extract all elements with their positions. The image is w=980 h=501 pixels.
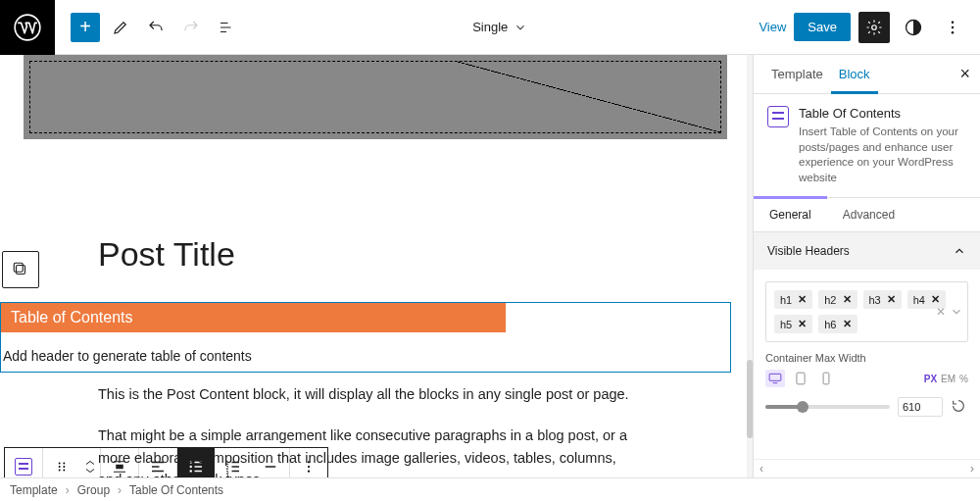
visible-headers-tags[interactable]: h1✕ h2✕ h3✕ h4✕ h5✕ h6✕ ✕ bbox=[765, 281, 968, 342]
post-content[interactable]: This is the Post Content block, it will … bbox=[98, 383, 629, 477]
svg-point-0 bbox=[15, 15, 40, 40]
view-link[interactable]: View bbox=[759, 20, 786, 34]
toc-icon bbox=[15, 458, 32, 476]
tag-h1[interactable]: h1✕ bbox=[774, 290, 812, 309]
crumb-template[interactable]: Template bbox=[10, 483, 58, 497]
svg-point-1 bbox=[872, 25, 877, 29]
block-type-button[interactable] bbox=[5, 448, 42, 477]
tag-h3[interactable]: h3✕ bbox=[863, 290, 902, 309]
block-toolbar-wrapper: 123 bbox=[2, 251, 45, 288]
svg-point-10 bbox=[59, 466, 61, 468]
toolbar-center[interactable]: Single bbox=[241, 20, 759, 34]
svg-point-11 bbox=[63, 466, 65, 468]
more-menu-button[interactable] bbox=[937, 12, 968, 43]
chevron-down-icon bbox=[84, 467, 96, 475]
drag-icon bbox=[55, 460, 69, 474]
device-unit-row: PX EM % bbox=[765, 370, 968, 387]
undo-button[interactable] bbox=[141, 13, 171, 42]
unit-selector[interactable]: PX EM % bbox=[924, 374, 968, 384]
chevron-right-icon: › bbox=[118, 483, 122, 497]
content-paragraph[interactable]: That might be a simple arrangement like … bbox=[98, 425, 629, 477]
sidebar-close-button[interactable]: × bbox=[959, 64, 970, 84]
crumb-group[interactable]: Group bbox=[77, 483, 110, 497]
parent-stack-icon bbox=[12, 261, 29, 278]
top-toolbar: + Single View Save bbox=[0, 0, 980, 55]
block-info-desc: Insert Table of Contents on your posts/p… bbox=[799, 125, 966, 185]
reset-button[interactable] bbox=[951, 398, 968, 416]
tab-template[interactable]: Template bbox=[763, 55, 831, 93]
redo-icon bbox=[182, 19, 200, 36]
tablet-icon bbox=[795, 372, 807, 385]
unit-em[interactable]: EM bbox=[941, 374, 956, 384]
toolbar-right: View Save bbox=[759, 12, 980, 43]
svg-point-3 bbox=[952, 21, 954, 23]
settings-sidebar: Template Block × Table Of Contents Inser… bbox=[753, 55, 980, 477]
redo-button[interactable] bbox=[176, 13, 206, 42]
wp-logo[interactable] bbox=[0, 0, 55, 55]
gear-icon bbox=[865, 19, 883, 36]
block-info: Table Of Contents Insert Table of Conten… bbox=[754, 94, 980, 198]
crumb-toc[interactable]: Table Of Contents bbox=[129, 483, 223, 497]
remove-tag-icon[interactable]: ✕ bbox=[887, 293, 896, 306]
svg-rect-26 bbox=[823, 373, 829, 384]
parent-block-button[interactable] bbox=[2, 251, 39, 288]
toc-icon bbox=[767, 106, 789, 127]
panel-head-visible-headers[interactable]: Visible Headers bbox=[754, 232, 980, 270]
subtab-general[interactable]: General bbox=[754, 198, 827, 231]
placeholder-outline bbox=[29, 61, 721, 133]
settings-button[interactable] bbox=[858, 12, 890, 43]
block-breadcrumb: Template › Group › Table Of Contents bbox=[0, 477, 980, 501]
remove-tag-icon[interactable]: ✕ bbox=[798, 318, 807, 330]
sidebar-sub-tabs: General Advanced bbox=[754, 198, 980, 231]
block-movers[interactable] bbox=[80, 448, 100, 477]
toc-hint: Add header to generate table of contents bbox=[1, 342, 730, 372]
drag-handle[interactable] bbox=[43, 448, 80, 477]
width-slider[interactable] bbox=[765, 405, 890, 409]
editor-canvas[interactable]: Post Title bbox=[0, 55, 747, 477]
device-desktop-button[interactable] bbox=[765, 370, 785, 387]
subtab-advanced[interactable]: Advanced bbox=[827, 198, 910, 231]
tag-h6[interactable]: h6✕ bbox=[818, 315, 857, 333]
svg-point-9 bbox=[63, 463, 65, 465]
svg-rect-6 bbox=[17, 266, 25, 275]
toc-block-selected[interactable]: Table of Contents Add header to generate… bbox=[0, 302, 731, 373]
list-view-button[interactable] bbox=[212, 13, 241, 42]
toc-heading[interactable]: Table of Contents bbox=[1, 303, 506, 332]
unit-px[interactable]: PX bbox=[924, 374, 937, 384]
svg-rect-25 bbox=[797, 373, 805, 384]
device-mobile-button[interactable] bbox=[816, 370, 836, 387]
toolbar-left: + bbox=[55, 13, 241, 42]
svg-point-4 bbox=[952, 25, 954, 27]
content-paragraph[interactable]: This is the Post Content block, it will … bbox=[98, 383, 629, 405]
app-root: + Single View Save bbox=[0, 0, 980, 501]
chevron-up-icon bbox=[953, 244, 966, 258]
save-button[interactable]: Save bbox=[794, 13, 851, 41]
sidebar-horizontal-scroll[interactable]: ‹› bbox=[754, 459, 980, 477]
add-block-button[interactable]: + bbox=[71, 13, 100, 42]
tag-row-actions: ✕ bbox=[936, 292, 963, 331]
remove-tag-icon[interactable]: ✕ bbox=[843, 293, 852, 306]
clear-tags-button[interactable]: ✕ bbox=[936, 305, 946, 319]
width-input[interactable]: 610 bbox=[898, 397, 943, 417]
svg-rect-7 bbox=[14, 263, 23, 272]
svg-point-5 bbox=[952, 31, 954, 33]
tab-block[interactable]: Block bbox=[831, 55, 878, 93]
width-slider-row: 610 bbox=[765, 397, 968, 417]
remove-tag-icon[interactable]: ✕ bbox=[843, 318, 852, 330]
undo-icon bbox=[147, 19, 165, 36]
styles-button[interactable] bbox=[898, 12, 929, 43]
tag-h2[interactable]: h2✕ bbox=[818, 290, 857, 309]
svg-point-8 bbox=[59, 463, 61, 465]
chevron-up-icon bbox=[84, 459, 96, 467]
edit-tool-button[interactable] bbox=[106, 13, 135, 42]
svg-point-12 bbox=[59, 470, 61, 472]
post-title[interactable]: Post Title bbox=[98, 235, 235, 274]
remove-tag-icon[interactable]: ✕ bbox=[798, 293, 807, 306]
svg-rect-24 bbox=[769, 374, 781, 380]
unit-pct[interactable]: % bbox=[959, 374, 968, 384]
chevron-right-icon: › bbox=[66, 483, 70, 497]
header-placeholder-block[interactable] bbox=[24, 55, 727, 139]
device-tablet-button[interactable] bbox=[791, 370, 810, 387]
chevron-down-icon[interactable] bbox=[950, 305, 963, 319]
tag-h5[interactable]: h5✕ bbox=[774, 315, 812, 333]
